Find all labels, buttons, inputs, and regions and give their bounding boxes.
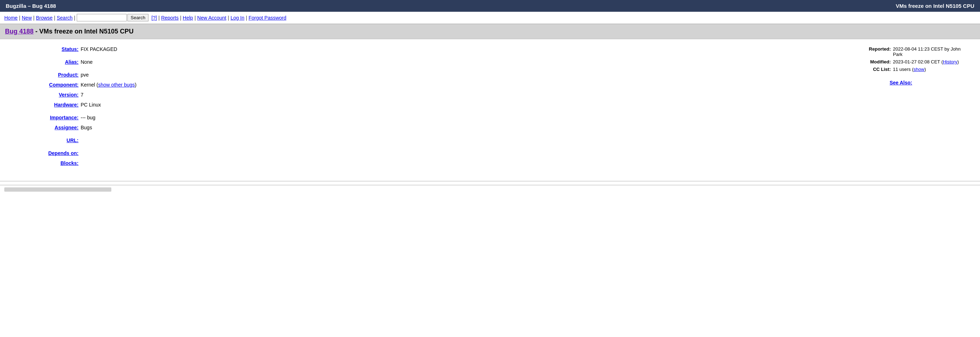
nav-sep-9: | [228,15,229,21]
component-label[interactable]: Component: [21,82,78,88]
url-row: URL: [21,138,834,143]
title-bar: Bugzilla – Bug 4188 VMs freeze on Intel … [0,0,980,12]
importance-label[interactable]: Importance: [21,115,78,120]
cc-list-value: 11 users (show) [893,66,926,72]
version-label[interactable]: Version: [21,92,78,98]
scroll-stub [4,187,111,191]
importance-row: Importance: --- bug [21,115,834,120]
alias-label[interactable]: Alias: [21,59,78,65]
right-panel: Reported: 2022-08-04 11:23 CEST by John … [845,39,980,177]
nav-log-in[interactable]: Log In [231,15,245,21]
nav-sep-8: | [194,15,196,21]
history-link[interactable]: History [943,59,957,65]
nav-bar: Home | New | Browse | Search | Search [?… [0,12,980,24]
nav-reports[interactable]: Reports [161,15,178,21]
nav-browse[interactable]: Browse [36,15,53,21]
search-input[interactable] [77,14,127,21]
status-label[interactable]: Status: [21,46,78,52]
version-value: 7 [81,92,84,98]
bug-header: Bug 4188 - VMs freeze on Intel N5105 CPU [0,24,980,39]
left-panel: Status: FIX PACKAGED Alias: None Product… [0,39,845,177]
component-row: Component: Kernel (show other bugs) [21,82,834,88]
nav-home[interactable]: Home [4,15,18,21]
reported-label: Reported: [855,46,891,57]
main-content: Status: FIX PACKAGED Alias: None Product… [0,39,980,177]
assignee-label[interactable]: Assignee: [21,125,78,130]
status-value: FIX PACKAGED [81,46,117,52]
search-button[interactable]: Search [127,14,148,21]
product-value: pve [81,72,89,78]
modified-row: Modified: 2023-01-27 02:08 CET (History) [855,59,969,65]
see-also-label[interactable]: See Also: [855,80,912,85]
modified-label: Modified: [855,59,891,65]
hardware-label[interactable]: Hardware: [21,102,78,108]
modified-value: 2023-01-27 02:08 CET (History) [893,59,959,65]
url-label[interactable]: URL: [21,138,78,143]
hardware-row: Hardware: PC Linux [21,102,834,108]
cc-list-row: CC List: 11 users (show) [855,66,969,72]
bottom-bar [0,185,980,194]
product-row: Product: pve [21,72,834,78]
version-row: Version: 7 [21,92,834,98]
cc-list-label: CC List: [855,66,891,72]
nav-help[interactable]: Help [183,15,193,21]
alias-row: Alias: None [21,59,834,65]
reported-value: 2022-08-04 11:23 CEST by John Park [893,46,969,57]
nav-forgot-password[interactable]: Forgot Password [248,15,286,21]
nav-new[interactable]: New [22,15,32,21]
nav-sep-6: | [159,15,160,21]
bug-title-header: VMs freeze on Intel N5105 CPU [896,3,974,9]
nav-sep-1: | [19,15,20,21]
product-label[interactable]: Product: [21,72,78,78]
nav-sep-7: | [180,15,181,21]
assignee-value: Bugs [81,125,92,130]
reported-row: Reported: 2022-08-04 11:23 CEST by John … [855,46,969,57]
depends-on-label[interactable]: Depends on: [21,150,78,156]
app-title: Bugzilla – Bug 4188 [6,3,56,9]
nav-sep-10: | [246,15,247,21]
blocks-row: Blocks: [21,160,834,166]
depends-on-row: Depends on: [21,150,834,156]
bug-id-link[interactable]: Bug 4188 [5,28,33,35]
hardware-value: PC Linux [81,102,101,108]
main-divider [0,181,980,181]
nav-help-link[interactable]: [?] [151,15,157,21]
component-value: Kernel (show other bugs) [81,82,136,88]
nav-sep-3: | [54,15,55,21]
show-other-bugs-link[interactable]: show other bugs [98,82,135,88]
status-row: Status: FIX PACKAGED [21,46,834,52]
assignee-row: Assignee: Bugs [21,125,834,130]
nav-sep-2: | [33,15,35,21]
nav-sep-4: | [74,15,75,21]
nav-search[interactable]: Search [57,15,72,21]
blocks-label[interactable]: Blocks: [21,160,78,166]
importance-value: --- bug [81,115,95,120]
nav-new-account[interactable]: New Account [197,15,227,21]
show-cc-link[interactable]: show [914,66,924,72]
bug-title-text: - VMs freeze on Intel N5105 CPU [33,28,134,35]
alias-value: None [81,59,92,65]
